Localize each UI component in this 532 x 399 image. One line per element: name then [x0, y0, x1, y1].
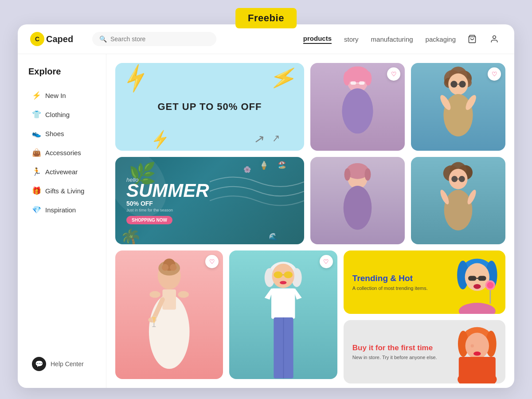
woman-card-3[interactable]: [310, 157, 405, 245]
sidebar-item-shoes-label: Shoes: [45, 130, 64, 137]
grid-row-1: ⚡ ⚡ ⚡ ↗ ↗ GET UP TO 50% OFF ♡: [115, 63, 505, 151]
wishlist-button-1[interactable]: ♡: [387, 67, 400, 81]
wishlist-button-4[interactable]: ♡: [320, 255, 333, 268]
sidebar-item-clothing[interactable]: 👕 Clothing: [28, 106, 95, 124]
woman-card-4[interactable]: [411, 157, 505, 245]
accessories-icon: 👜: [32, 148, 41, 157]
svg-point-4: [344, 71, 350, 86]
svg-point-17: [459, 81, 466, 87]
promo-50-text: GET UP TO 50% OFF: [157, 101, 262, 113]
svg-point-56: [284, 271, 293, 278]
help-center[interactable]: 💬 Help Center: [28, 352, 95, 376]
nav-manufacturing[interactable]: manufacturing: [371, 35, 413, 43]
wishlist-button-2[interactable]: ♡: [488, 67, 501, 81]
woman-elegant-card[interactable]: ♡: [115, 250, 223, 379]
svg-point-41: [170, 264, 176, 271]
right-cards-stack: Trending & Hot A collection of most tren…: [344, 250, 505, 383]
woman-white-tee-card[interactable]: ♡: [229, 250, 337, 379]
trending-desc: A collection of most trending items.: [352, 286, 497, 291]
svg-point-44: [149, 291, 160, 298]
sidebar: Explore ⚡ New In 👕 Clothing 👟 Shoes 👜 Ac…: [18, 54, 106, 388]
summer-content: hello SUMMER 50% OFF Just in time for th…: [115, 168, 220, 233]
firsttime-card[interactable]: Buy it for the first time New in store. …: [344, 320, 505, 383]
user-button[interactable]: [487, 31, 502, 47]
sidebar-item-gifts-label: Gifts & Living: [45, 187, 84, 195]
sidebar-item-accessories[interactable]: 👜 Accessories: [28, 144, 95, 162]
svg-point-1: [493, 36, 496, 39]
svg-point-55: [274, 271, 283, 278]
main-nav: products story manufacturing packaging: [303, 35, 456, 44]
svg-rect-8: [359, 81, 365, 85]
search-input[interactable]: [110, 35, 209, 43]
sidebar-item-activewear-label: Activewear: [45, 168, 78, 176]
sidebar-item-activewear[interactable]: 🏃 Activewear: [28, 163, 95, 181]
shoes-icon: 👟: [32, 129, 41, 138]
summer-shop-button[interactable]: SHOPPING NOW: [126, 216, 172, 224]
sidebar-item-inspiration-label: Inspiration: [45, 206, 76, 214]
svg-point-24: [344, 168, 351, 180]
sidebar-item-newin[interactable]: ⚡ New In: [28, 86, 95, 105]
grid-row-2: 🌿 🌴 🍦 🏖️ 🌊 🌸: [115, 157, 505, 245]
main-content: Explore ⚡ New In 👕 Clothing 👟 Shoes 👜 Ac…: [18, 54, 514, 388]
svg-point-5: [365, 71, 372, 86]
summer-off: 50% OFF: [126, 200, 209, 207]
nav-story[interactable]: story: [344, 35, 359, 43]
trending-hot-card[interactable]: Trending & Hot A collection of most tren…: [344, 250, 505, 314]
logo-text: Caped: [46, 34, 73, 44]
search-bar[interactable]: 🔍: [92, 32, 216, 46]
inspiration-icon: 💎: [32, 205, 41, 215]
logo-icon: C: [30, 32, 44, 46]
woman-curly-card-1[interactable]: ♡: [411, 63, 505, 151]
svg-point-26: [344, 185, 372, 229]
trending-text: Trending & Hot A collection of most tren…: [352, 274, 497, 291]
sidebar-item-clothing-label: Clothing: [45, 111, 70, 118]
cart-button[interactable]: [465, 31, 480, 47]
help-icon: 💬: [32, 357, 46, 371]
app-container: C Caped 🔍 products story manufacturing p…: [18, 24, 514, 388]
svg-point-34: [444, 189, 473, 230]
sidebar-nav: ⚡ New In 👕 Clothing 👟 Shoes 👜 Accessorie…: [28, 86, 95, 352]
svg-point-40: [162, 264, 168, 271]
sidebar-item-newin-label: New In: [45, 92, 66, 99]
search-icon: 🔍: [99, 35, 107, 43]
svg-point-58: [280, 281, 287, 285]
svg-point-31: [451, 176, 458, 182]
gifts-icon: 🎁: [32, 186, 41, 196]
activewear-icon: 🏃: [32, 167, 41, 176]
arrow-deco-1: ↗: [253, 131, 265, 147]
svg-point-45: [178, 291, 189, 298]
arrow-deco-2: ↗: [271, 132, 280, 144]
lightning-icon-1: ⚡: [118, 63, 153, 95]
grid-row-3: ♡: [115, 250, 505, 379]
nav-packaging[interactable]: packaging: [426, 35, 456, 43]
sidebar-title: Explore: [28, 66, 95, 77]
svg-point-16: [450, 81, 457, 87]
clothing-icon: 👕: [32, 110, 41, 119]
help-center-label: Help Center: [51, 360, 84, 368]
logo[interactable]: C Caped: [30, 32, 83, 46]
header: C Caped 🔍 products story manufacturing p…: [18, 24, 514, 54]
lightning-icon-2: ⚡: [267, 63, 301, 94]
summer-promo-card[interactable]: 🌿 🌴 🍦 🏖️ 🌊 🌸: [115, 157, 304, 245]
svg-point-32: [459, 176, 465, 182]
nav-products[interactable]: products: [303, 35, 332, 44]
sidebar-item-gifts[interactable]: 🎁 Gifts & Living: [28, 182, 95, 200]
trending-title: Trending & Hot: [352, 274, 497, 283]
svg-rect-83: [459, 357, 496, 381]
woman-pink-card-1[interactable]: ♡: [310, 63, 405, 151]
summer-title: SUMMER: [126, 181, 209, 200]
svg-point-75: [459, 303, 496, 314]
promo-50-card[interactable]: ⚡ ⚡ ⚡ ↗ ↗ GET UP TO 50% OFF: [115, 63, 304, 151]
sidebar-item-accessories-label: Accessories: [45, 149, 81, 156]
newin-icon: ⚡: [32, 91, 41, 100]
firsttime-title: Buy it for the first time: [352, 344, 497, 352]
svg-rect-59: [271, 288, 295, 319]
products-grid: ⚡ ⚡ ⚡ ↗ ↗ GET UP TO 50% OFF ♡: [106, 54, 514, 388]
sidebar-item-shoes[interactable]: 👟 Shoes: [28, 125, 95, 143]
freebie-badge: Freebie: [235, 8, 297, 28]
firsttime-desc: New in store. Try it before anyone else.: [352, 355, 497, 360]
summer-sub: Just in time for the season: [126, 208, 209, 212]
sidebar-item-inspiration[interactable]: 💎 Inspiration: [28, 201, 95, 219]
svg-point-6: [342, 88, 373, 133]
svg-rect-7: [351, 81, 356, 85]
